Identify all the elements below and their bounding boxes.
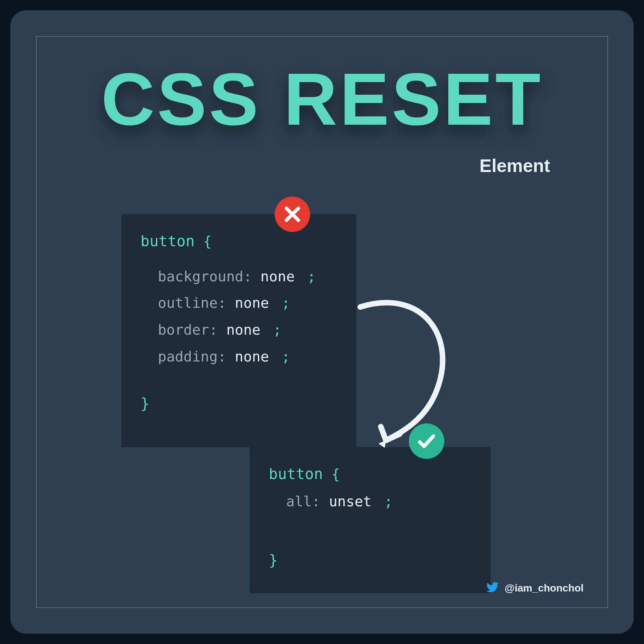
css-property: background:	[158, 268, 252, 285]
code-block-bad: button { background: none ; outline: non…	[122, 214, 356, 447]
check-icon	[409, 423, 444, 459]
semicolon: ;	[273, 322, 282, 338]
css-value: unset	[329, 493, 371, 509]
inner-frame: CSS RESET Element button { background: n…	[36, 36, 608, 608]
declaration-row: background: none ;	[158, 265, 337, 288]
semicolon: ;	[384, 493, 393, 509]
open-brace: {	[203, 233, 212, 249]
css-property: all:	[286, 493, 320, 509]
footer-credit: @iam_chonchol	[486, 580, 584, 595]
declaration-row: padding: none ;	[158, 345, 337, 368]
semicolon: ;	[281, 348, 290, 365]
twitter-icon	[486, 580, 499, 595]
subtitle: Element	[479, 155, 550, 176]
css-value: none	[235, 295, 269, 311]
close-brace: }	[269, 548, 472, 572]
selector-good: button	[269, 465, 323, 483]
css-property: border:	[158, 322, 218, 338]
declaration-row: outline: none ;	[158, 292, 337, 315]
css-value: none	[226, 322, 260, 338]
css-value: none	[260, 268, 295, 285]
cross-icon	[275, 197, 310, 232]
code-block-good: button { all: unset ; }	[250, 447, 490, 593]
declaration-row: border: none ;	[158, 318, 337, 341]
page-title: CSS RESET	[101, 56, 543, 142]
author-handle: @iam_chonchol	[505, 582, 584, 594]
infographic-card: CSS RESET Element button { background: n…	[10, 10, 634, 634]
close-brace: }	[140, 391, 337, 416]
semicolon: ;	[281, 295, 290, 311]
semicolon: ;	[307, 268, 316, 285]
css-property: padding:	[158, 348, 226, 365]
declaration-row: all: unset ;	[286, 490, 472, 513]
open-brace: {	[331, 466, 340, 482]
css-value: none	[235, 348, 269, 365]
svg-marker-2	[378, 440, 386, 448]
selector-bad: button	[140, 232, 195, 250]
css-property: outline:	[158, 295, 226, 311]
